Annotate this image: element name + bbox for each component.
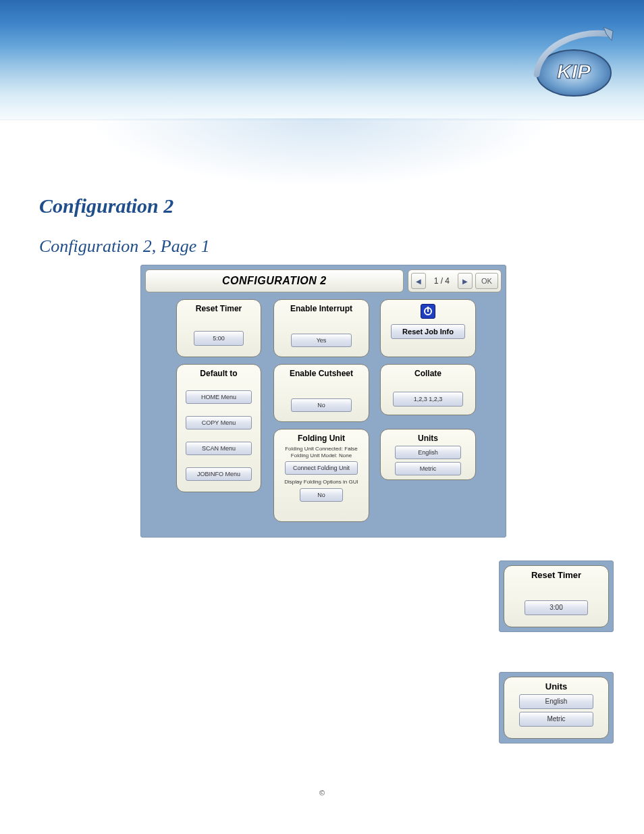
- config-grid: Reset Timer 5:00 Enable Interrupt Yes Re…: [145, 296, 502, 533]
- footer-copyright: ©: [319, 789, 325, 797]
- pager-next-button[interactable]: ▶: [458, 273, 473, 289]
- power-icon: [421, 304, 435, 319]
- kip-logo: KIP: [527, 27, 621, 101]
- side-reset-timer-title: Reset Timer: [510, 570, 603, 580]
- folding-model-text: Folding Unit Model: None: [279, 452, 363, 459]
- default-home-button[interactable]: HOME Menu: [186, 390, 252, 404]
- folding-display-value-button[interactable]: No: [300, 488, 343, 502]
- default-to-title: Default to: [182, 369, 255, 378]
- collate-value-button[interactable]: 1,2,3 1,2,3: [393, 392, 463, 407]
- enable-interrupt-value-button[interactable]: Yes: [291, 334, 352, 347]
- header-banner: KIP: [0, 0, 644, 120]
- side-units-english-button[interactable]: English: [519, 694, 593, 709]
- folding-display-label: Display Folding Options in GUI: [279, 479, 363, 486]
- config-panel: CONFIGURATION 2 ◀ 1 / 4 ▶ OK Reset Timer…: [140, 265, 506, 538]
- enable-interrupt-card: Enable Interrupt Yes: [273, 299, 369, 357]
- units-card: Units English Metric: [380, 429, 476, 480]
- pager: ◀ 1 / 4 ▶ OK: [408, 269, 502, 292]
- side-reset-timer-card: Reset Timer 3:00: [504, 565, 609, 627]
- default-to-card: Default to HOME Menu COPY Menu SCAN Menu…: [176, 364, 261, 492]
- reset-job-card: Reset Job Info: [380, 299, 476, 357]
- side-units-title: Units: [510, 681, 603, 692]
- enable-cutsheet-title: Enable Cutsheet: [279, 369, 363, 378]
- units-metric-button[interactable]: Metric: [395, 462, 461, 475]
- ok-button[interactable]: OK: [475, 273, 498, 289]
- side-units-card: Units English Metric: [504, 677, 609, 739]
- pager-prev-button[interactable]: ◀: [411, 273, 426, 289]
- folding-connected-text: Folding Unit Connected: False: [279, 446, 363, 452]
- reset-timer-title: Reset Timer: [182, 304, 255, 313]
- reset-timer-card: Reset Timer 5:00: [176, 299, 261, 357]
- collate-title: Collate: [386, 369, 470, 378]
- page-title: Configuration 2: [39, 194, 605, 217]
- reset-job-info-button[interactable]: Reset Job Info: [391, 324, 465, 339]
- enable-cutsheet-value-button[interactable]: No: [291, 398, 352, 412]
- side-units-metric-button[interactable]: Metric: [519, 712, 593, 727]
- svg-text:KIP: KIP: [557, 60, 591, 82]
- default-scan-button[interactable]: SCAN Menu: [186, 442, 252, 455]
- default-jobinfo-button[interactable]: JOBINFO Menu: [186, 467, 252, 481]
- connect-folding-button[interactable]: Connect Folding Unit: [285, 461, 358, 475]
- side-units-panel: Units English Metric: [499, 672, 614, 744]
- folding-unit-title: Folding Unit: [279, 434, 363, 443]
- enable-cutsheet-card: Enable Cutsheet No: [273, 364, 369, 422]
- collate-card: Collate 1,2,3 1,2,3: [380, 364, 476, 415]
- pager-text: 1 / 4: [426, 276, 458, 286]
- folding-unit-card: Folding Unit Folding Unit Connected: Fal…: [273, 429, 369, 522]
- side-reset-timer-value-button[interactable]: 3:00: [525, 600, 588, 615]
- enable-interrupt-title: Enable Interrupt: [279, 304, 363, 313]
- config-title: CONFIGURATION 2: [145, 269, 404, 292]
- side-reset-timer-panel: Reset Timer 3:00: [499, 561, 614, 632]
- units-english-button[interactable]: English: [395, 446, 461, 459]
- page-subtitle: Configuration 2, Page 1: [39, 236, 605, 257]
- units-title: Units: [386, 434, 470, 443]
- default-copy-button[interactable]: COPY Menu: [186, 416, 252, 429]
- reset-timer-value-button[interactable]: 5:00: [194, 331, 244, 346]
- config-header: CONFIGURATION 2 ◀ 1 / 4 ▶ OK: [145, 269, 502, 292]
